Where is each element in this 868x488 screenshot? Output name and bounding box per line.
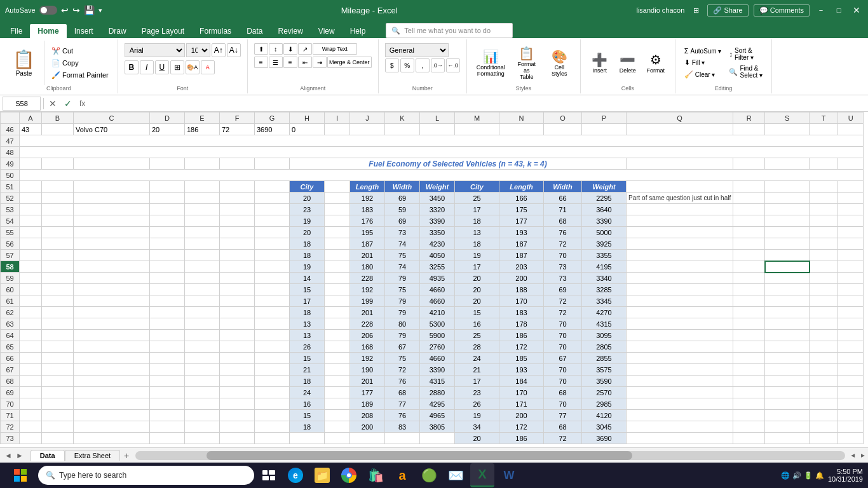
tab-page-layout[interactable]: Page Layout xyxy=(134,24,192,38)
cell-P65[interactable]: 2805 xyxy=(582,341,627,353)
cell-T61[interactable] xyxy=(810,295,838,307)
cell-C68[interactable] xyxy=(74,376,150,387)
cell-T68[interactable] xyxy=(810,376,838,387)
cell-D67[interactable] xyxy=(150,364,185,376)
cell-G67[interactable] xyxy=(255,364,290,376)
clear-btn[interactable]: 🧹Clear ▾ xyxy=(682,69,724,80)
cancel-formula-btn[interactable]: ✕ xyxy=(46,98,59,109)
cell-K66[interactable]: 75 xyxy=(385,353,420,364)
cell-P53[interactable]: 3640 xyxy=(582,204,627,215)
cell-M71[interactable]: 19 xyxy=(455,410,499,421)
cell-E64[interactable] xyxy=(185,330,220,341)
cell-J69[interactable]: 177 xyxy=(350,387,385,398)
cell-T46[interactable] xyxy=(810,124,838,135)
cell-C57[interactable] xyxy=(74,250,150,261)
row-header-48[interactable]: 48 xyxy=(1,147,20,158)
cell-M62[interactable]: 15 xyxy=(455,307,499,318)
cell-C72[interactable] xyxy=(74,421,150,433)
underline-btn[interactable]: U xyxy=(155,60,169,74)
cell-R55[interactable] xyxy=(733,227,765,238)
cell-G60[interactable] xyxy=(255,284,290,295)
cell-S68[interactable] xyxy=(765,376,810,387)
cell-G70[interactable] xyxy=(255,398,290,410)
cell-E69[interactable] xyxy=(185,387,220,398)
cell-C61[interactable] xyxy=(74,295,150,307)
cell-T63[interactable] xyxy=(810,318,838,330)
cell-H71[interactable]: 15 xyxy=(290,410,325,421)
cell-N54[interactable]: 177 xyxy=(499,215,544,227)
cell-A67[interactable] xyxy=(20,364,42,376)
border-btn[interactable]: ⊞ xyxy=(170,60,184,74)
cell-U55[interactable] xyxy=(838,227,864,238)
cell-J65[interactable]: 168 xyxy=(350,341,385,353)
more-cmds-btn[interactable]: ▾ xyxy=(98,6,102,15)
cell-J53[interactable]: 183 xyxy=(350,204,385,215)
cell-Q68[interactable] xyxy=(627,376,733,387)
cell-N57[interactable]: 187 xyxy=(499,250,544,261)
sheet-prev-btn[interactable]: ◄ xyxy=(3,451,14,460)
cell-J51[interactable]: Length xyxy=(350,181,385,193)
col-header-A[interactable]: A xyxy=(20,112,42,124)
cell-P54[interactable]: 3390 xyxy=(582,215,627,227)
cell-I57[interactable] xyxy=(325,250,350,261)
cell-R63[interactable] xyxy=(733,318,765,330)
cell-O60[interactable]: 69 xyxy=(544,284,582,295)
cell-O59[interactable]: 73 xyxy=(544,273,582,284)
cell-B69[interactable] xyxy=(42,387,74,398)
sheet-tab-data[interactable]: Data xyxy=(31,450,65,461)
cell-A58[interactable] xyxy=(20,261,42,273)
scroll-area[interactable]: A B C D E F G H I J K L M N O P Q xyxy=(0,112,868,447)
row-header-46[interactable]: 46 xyxy=(1,124,20,135)
cell-F55[interactable] xyxy=(220,227,255,238)
cell-L52[interactable]: 3450 xyxy=(420,193,455,204)
tab-data[interactable]: Data xyxy=(239,24,270,38)
cell-R71[interactable] xyxy=(733,410,765,421)
cell-G69[interactable] xyxy=(255,387,290,398)
cell-A69[interactable] xyxy=(20,387,42,398)
cell-F59[interactable] xyxy=(220,273,255,284)
cell-B65[interactable] xyxy=(42,341,74,353)
cell-F65[interactable] xyxy=(220,341,255,353)
cell-E72[interactable] xyxy=(185,421,220,433)
autosum-btn[interactable]: ΣAutoSum ▾ xyxy=(682,46,724,56)
cell-A53[interactable] xyxy=(20,204,42,215)
cell-P56[interactable]: 3925 xyxy=(582,238,627,250)
cell-I66[interactable] xyxy=(325,353,350,364)
excel-taskbar-btn[interactable]: X xyxy=(470,463,494,487)
col-header-K[interactable]: K xyxy=(385,112,420,124)
cell-F67[interactable] xyxy=(220,364,255,376)
cell-F62[interactable] xyxy=(220,307,255,318)
row-header-50[interactable]: 50 xyxy=(1,170,20,181)
cell-P73[interactable]: 3690 xyxy=(582,433,627,444)
network-icon[interactable]: 🌐 xyxy=(781,471,790,480)
tab-review[interactable]: Review xyxy=(270,24,310,38)
cell-D55[interactable] xyxy=(150,227,185,238)
cell-O57[interactable]: 70 xyxy=(544,250,582,261)
cell-P72[interactable]: 3045 xyxy=(582,421,627,433)
file-explorer-btn[interactable]: 📁 xyxy=(310,463,334,487)
cell-B68[interactable] xyxy=(42,376,74,387)
row-header-64[interactable]: 64 xyxy=(1,330,20,341)
right-align-btn[interactable]: ≡ xyxy=(283,57,297,68)
cell-S64[interactable] xyxy=(765,330,810,341)
cell-D57[interactable] xyxy=(150,250,185,261)
cell-J71[interactable]: 208 xyxy=(350,410,385,421)
tab-home[interactable]: Home xyxy=(30,24,66,38)
cell-F71[interactable] xyxy=(220,410,255,421)
edge-browser-btn[interactable]: e xyxy=(283,463,308,487)
row-header-68[interactable]: 68 xyxy=(1,376,20,387)
row-header-49[interactable]: 49 xyxy=(1,158,20,170)
cell-K51[interactable]: Width xyxy=(385,181,420,193)
cell-F73[interactable] xyxy=(220,433,255,444)
cell-E59[interactable] xyxy=(185,273,220,284)
cell-I71[interactable] xyxy=(325,410,350,421)
cell-Q54[interactable] xyxy=(627,215,733,227)
cell-E57[interactable] xyxy=(185,250,220,261)
col-header-B[interactable]: B xyxy=(42,112,74,124)
cell-S69[interactable] xyxy=(765,387,810,398)
tab-draw[interactable]: Draw xyxy=(101,24,134,38)
row-header-57[interactable]: 57 xyxy=(1,250,20,261)
cell-G49[interactable] xyxy=(255,158,290,170)
cell-C69[interactable] xyxy=(74,387,150,398)
cell-F57[interactable] xyxy=(220,250,255,261)
